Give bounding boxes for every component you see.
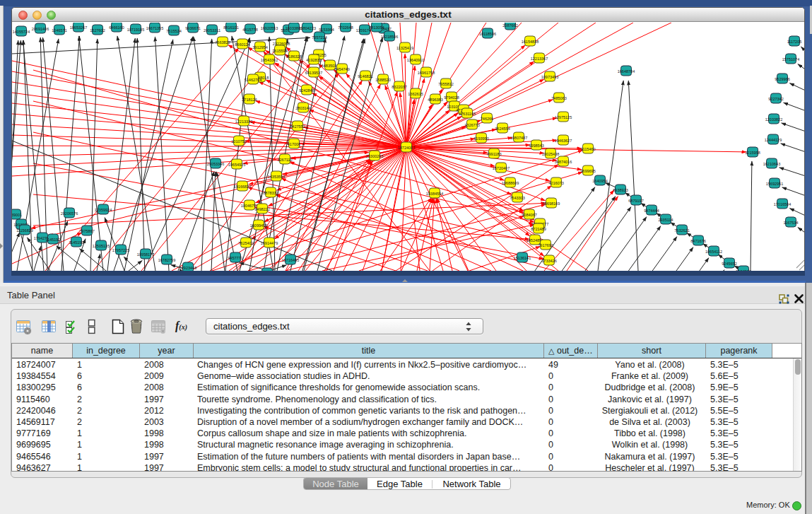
svg-text:12923448: 12923448 — [180, 266, 196, 270]
svg-text:9146821: 9146821 — [358, 74, 372, 78]
svg-text:12213367: 12213367 — [531, 57, 548, 61]
svg-text:17957225: 17957225 — [112, 248, 129, 252]
svg-text:7543303: 7543303 — [510, 196, 524, 200]
svg-text:1615594: 1615594 — [272, 49, 287, 53]
svg-text:19166822: 19166822 — [234, 185, 251, 189]
svg-text:4896383: 4896383 — [428, 98, 442, 102]
svg-text:7917693: 7917693 — [538, 243, 553, 247]
svg-text:1527602: 1527602 — [90, 28, 105, 33]
svg-text:1117205: 1117205 — [787, 40, 802, 44]
svg-text:18653267: 18653267 — [70, 25, 87, 30]
svg-text:7632621: 7632621 — [674, 228, 689, 233]
svg-text:10025438: 10025438 — [542, 152, 559, 156]
svg-text:10218506: 10218506 — [381, 35, 398, 39]
svg-text:8816101: 8816101 — [223, 25, 238, 30]
svg-text:19384554: 19384554 — [426, 192, 443, 196]
svg-text:1326773: 1326773 — [464, 123, 479, 127]
svg-text:16914479: 16914479 — [261, 241, 278, 245]
svg-text:7663822: 7663822 — [215, 40, 230, 45]
svg-text:15720407: 15720407 — [493, 166, 510, 170]
svg-text:10118506: 10118506 — [479, 32, 496, 36]
svg-text:7625402: 7625402 — [238, 241, 253, 245]
svg-text:10719185: 10719185 — [127, 28, 144, 32]
svg-text:16033809: 16033809 — [286, 26, 302, 30]
svg-text:7357214: 7357214 — [312, 35, 326, 40]
svg-text:9457771: 9457771 — [228, 256, 242, 260]
svg-text:51462704: 51462704 — [245, 78, 261, 82]
svg-text:1362615: 1362615 — [408, 92, 423, 96]
svg-text:6879197: 6879197 — [628, 199, 643, 203]
svg-text:9115460: 9115460 — [580, 147, 595, 151]
svg-text:10543362: 10543362 — [261, 58, 278, 62]
svg-text:9084067: 9084067 — [522, 213, 536, 217]
svg-text:10973493: 10973493 — [541, 75, 558, 79]
svg-text:7991183: 7991183 — [486, 152, 501, 156]
svg-text:17359924: 17359924 — [95, 208, 112, 212]
svg-text:1640954: 1640954 — [592, 179, 607, 183]
svg-text:2803144: 2803144 — [295, 106, 310, 110]
svg-text:939001: 939001 — [12, 213, 22, 217]
svg-text:2718126: 2718126 — [242, 98, 257, 102]
svg-text:18724007: 18724007 — [398, 146, 415, 150]
svg-text:746266: 746266 — [481, 117, 493, 121]
svg-text:8322037: 8322037 — [392, 85, 406, 89]
svg-text:16961758: 16961758 — [418, 71, 435, 75]
svg-text:64139537: 64139537 — [305, 71, 322, 75]
svg-text:20206576: 20206576 — [61, 211, 78, 216]
svg-text:3624554: 3624554 — [495, 127, 510, 131]
svg-text:8660124: 8660124 — [235, 42, 249, 47]
svg-text:1588520: 1588520 — [375, 78, 390, 82]
svg-text:10807487: 10807487 — [510, 136, 527, 140]
svg-text:1733426: 1733426 — [541, 259, 556, 263]
svg-text:9227342: 9227342 — [768, 97, 783, 101]
svg-text:8721489: 8721489 — [531, 227, 546, 231]
svg-text:19654925: 19654925 — [228, 163, 245, 167]
svg-text:12505135: 12505135 — [93, 244, 110, 248]
svg-text:12444129: 12444129 — [765, 138, 782, 142]
svg-text:7485063: 7485063 — [551, 96, 566, 100]
svg-text:9794028: 9794028 — [444, 95, 459, 100]
svg-text:7975867: 7975867 — [79, 229, 94, 233]
svg-text:10688609: 10688609 — [502, 181, 519, 185]
svg-text:1167534: 1167534 — [783, 221, 798, 225]
svg-text:6466160: 6466160 — [109, 25, 124, 30]
svg-text:19463627: 19463627 — [555, 139, 572, 143]
svg-text:1145192: 1145192 — [45, 238, 60, 242]
svg-text:8186328: 8186328 — [286, 54, 301, 59]
svg-text:15692951: 15692951 — [766, 182, 783, 186]
svg-text:3215958: 3215958 — [745, 151, 760, 155]
svg-text:10654112: 10654112 — [705, 250, 722, 254]
svg-text:1010752: 1010752 — [231, 139, 246, 144]
svg-text:3267110: 3267110 — [277, 158, 292, 162]
svg-text:7515524: 7515524 — [166, 29, 181, 33]
svg-text:17016504: 17016504 — [774, 202, 791, 206]
svg-text:9124503: 9124503 — [736, 269, 751, 271]
svg-text:11325419: 11325419 — [396, 46, 413, 50]
svg-text:8938923: 8938923 — [613, 188, 628, 192]
svg-text:34874016: 34874016 — [555, 160, 572, 164]
svg-text:9245652: 9245652 — [722, 262, 736, 266]
svg-text:14055724: 14055724 — [13, 30, 30, 34]
svg-text:12213332: 12213332 — [235, 119, 252, 124]
svg-text:9498222: 9498222 — [254, 207, 269, 211]
svg-text:8813054: 8813054 — [369, 25, 384, 30]
svg-text:9936671: 9936671 — [185, 26, 200, 30]
svg-text:23300203: 23300203 — [366, 154, 383, 158]
svg-text:1046571: 1046571 — [52, 28, 66, 33]
svg-text:11156829: 11156829 — [16, 228, 33, 233]
svg-text:9699695: 9699695 — [580, 169, 595, 173]
svg-text:8878332: 8878332 — [263, 191, 278, 195]
svg-text:16920553: 16920553 — [261, 26, 278, 30]
svg-text:7702648: 7702648 — [338, 25, 353, 30]
svg-text:4192832: 4192832 — [306, 58, 321, 62]
svg-text:10958177: 10958177 — [137, 252, 154, 257]
svg-text:16154838: 16154838 — [522, 40, 539, 44]
svg-text:20691406: 20691406 — [32, 27, 49, 31]
svg-text:16210643: 16210643 — [763, 162, 780, 166]
svg-text:16648784: 16648784 — [618, 69, 635, 74]
svg-text:3912954: 3912954 — [252, 45, 267, 49]
svg-text:8427552: 8427552 — [290, 124, 305, 129]
svg-text:13640910: 13640910 — [407, 58, 424, 62]
svg-text:20053346: 20053346 — [207, 162, 224, 166]
svg-text:20053311: 20053311 — [204, 28, 220, 33]
